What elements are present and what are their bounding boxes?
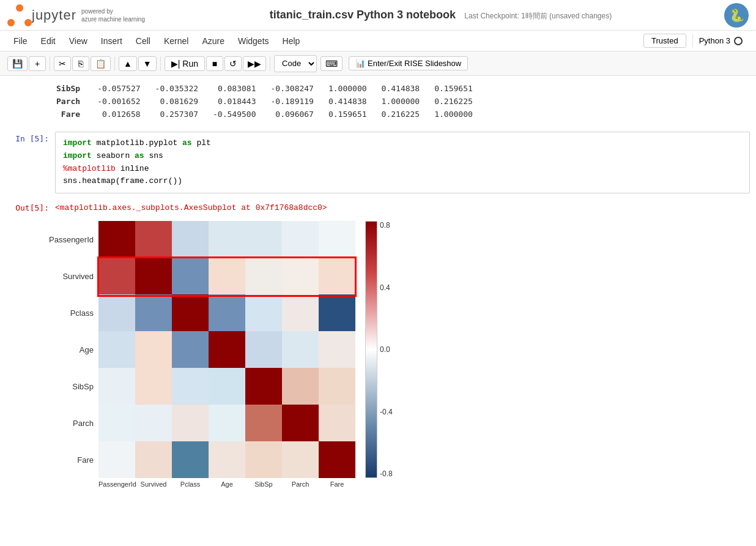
menu-azure[interactable]: Azure <box>196 34 231 48</box>
code-line-4: sns.heatmap(frame.corr()) <box>63 175 742 188</box>
heatmap-cell-3-2 <box>172 331 209 368</box>
menu-edit[interactable]: Edit <box>35 34 62 48</box>
heatmap-cell-2-4 <box>245 294 282 331</box>
header: jupyter powered byazure machine learning… <box>0 0 756 31</box>
row-label-sibsp: SibSp <box>49 82 90 95</box>
heatmap-section: PassengerId Survived Pclass Age SibSp Pa… <box>0 221 756 500</box>
heatmap-cell-3-1 <box>135 331 172 368</box>
heatmap-cell-0-1 <box>135 221 172 258</box>
cell: -0.549500 <box>206 108 263 121</box>
paste-button[interactable]: 📋 <box>91 56 111 71</box>
heatmap-cell-4-1 <box>135 368 172 405</box>
keyboard-button[interactable]: ⌨ <box>321 56 343 71</box>
menu-cell[interactable]: Cell <box>130 34 157 48</box>
heatmap-cell-4-3 <box>209 368 245 405</box>
cell-in5-prompt: In [5]: <box>6 132 55 143</box>
heatmap-cell-1-3 <box>209 258 245 294</box>
colorbar-label-08: 0.8 <box>380 221 393 230</box>
logo-circle-right <box>24 19 32 26</box>
cut-button[interactable]: ✂ <box>54 56 71 71</box>
heatmap-wrapper: PassengerId Survived Pclass Age SibSp Pa… <box>49 221 744 488</box>
heatmap-cell-1-4 <box>245 258 282 294</box>
run-button[interactable]: ▶| Run <box>165 56 205 71</box>
rise-button[interactable]: 📊 Enter/Exit RISE Slideshow <box>349 56 468 70</box>
heatmap-y-labels: PassengerId Survived Pclass Age SibSp Pa… <box>49 221 98 478</box>
code-line-3: %matplotlib inline <box>63 163 742 176</box>
colorbar-gradient <box>365 221 377 478</box>
y-label-parch: Parch <box>49 405 94 441</box>
heatmap-cell-0-0 <box>98 221 135 258</box>
heatmap-cell-5-6 <box>319 405 355 441</box>
logo-circles <box>7 4 32 26</box>
add-cell-button[interactable]: + <box>29 56 46 71</box>
cell: 0.216225 <box>427 95 480 108</box>
cell: 0.216225 <box>374 108 428 121</box>
restart-button[interactable]: ↺ <box>224 56 242 71</box>
trusted-button[interactable]: Trusted <box>643 34 686 48</box>
cell-out5-text: <matplotlib.axes._subplots.AxesSubplot a… <box>55 201 750 212</box>
heatmap-cell-4-4 <box>245 368 282 405</box>
rise-label: Enter/Exit RISE Slideshow <box>368 59 461 68</box>
heatmap-cell-4-2 <box>172 368 209 405</box>
menu-file[interactable]: File <box>7 34 34 48</box>
chart-icon: 📊 <box>355 59 365 68</box>
run-label: Run <box>182 59 198 69</box>
table-row: Fare 0.012658 0.257307 -0.549500 0.09606… <box>49 108 480 121</box>
heatmap-cell-5-4 <box>245 405 282 441</box>
menu-insert[interactable]: Insert <box>95 34 128 48</box>
row-label-parch: Parch <box>49 95 90 108</box>
cell: -0.189119 <box>264 95 321 108</box>
cell: 0.159651 <box>427 82 480 95</box>
heatmap-cell-6-0 <box>98 441 135 478</box>
kernel-name: Python 3 <box>699 36 730 45</box>
heatmap-cell-2-6 <box>319 294 355 331</box>
correlation-table: SibSp -0.057527 -0.035322 0.083081 -0.30… <box>49 82 480 121</box>
x-label-age: Age <box>209 481 245 488</box>
copy-button[interactable]: ⎘ <box>72 56 89 71</box>
y-label-survived: Survived <box>49 258 94 294</box>
run-icon: ▶| <box>171 59 180 69</box>
heatmap-grid-container: PassengerId Survived Pclass Age SibSp Pa… <box>98 221 355 488</box>
colorbar-tick-labels: 0.8 0.4 0.0 -0.4 -0.8 <box>377 221 393 478</box>
heatmap-cell-4-0 <box>98 368 135 405</box>
cell: -0.035322 <box>148 82 206 95</box>
heatmap-cell-5-5 <box>282 405 319 441</box>
cell-type-selector[interactable]: Code <box>274 55 317 72</box>
cell: 0.083081 <box>206 82 263 95</box>
heatmap-cell-0-4 <box>245 221 282 258</box>
stop-button[interactable]: ■ <box>206 56 223 71</box>
cell: 0.414838 <box>321 95 374 108</box>
cell: 0.159651 <box>321 108 374 121</box>
menubar: File Edit View Insert Cell Kernel Azure … <box>0 31 756 51</box>
colorbar-label-n08: -0.8 <box>380 469 393 478</box>
kernel-status-circle <box>734 37 743 45</box>
restart-run-button[interactable]: ▶▶ <box>243 56 266 71</box>
heatmap-cell-2-3 <box>209 294 245 331</box>
python-logo-icon: 🐍 <box>724 3 749 28</box>
heatmap-cell-3-4 <box>245 331 282 368</box>
menu-view[interactable]: View <box>63 34 94 48</box>
y-label-pclass: Pclass <box>49 294 94 331</box>
colorbar-label-n04: -0.4 <box>380 408 393 416</box>
move-up-button[interactable]: ▲ <box>119 56 137 71</box>
heatmap-cell-6-6 <box>319 441 355 478</box>
y-label-passengerid: PassengerId <box>49 221 94 258</box>
y-label-fare: Fare <box>49 441 94 478</box>
heatmap-cell-6-5 <box>282 441 319 478</box>
heatmap-cell-0-6 <box>319 221 355 258</box>
cell-in5-code[interactable]: import matplotlib.pyplot as plt import s… <box>55 132 750 193</box>
heatmap-cell-6-2 <box>172 441 209 478</box>
heatmap-x-labels: PassengerId Survived Pclass Age SibSp Pa… <box>98 481 355 488</box>
menu-help[interactable]: Help <box>276 34 306 48</box>
save-button[interactable]: 💾 <box>7 56 28 71</box>
heatmap-cell-0-3 <box>209 221 245 258</box>
code-line-2: import seaborn as sns <box>63 150 742 163</box>
heatmap-cell-1-1 <box>135 258 172 294</box>
menu-kernel[interactable]: Kernel <box>158 34 195 48</box>
heatmap-cell-1-0 <box>98 258 135 294</box>
x-label-survived: Survived <box>135 481 172 488</box>
cell-out5-prompt: Out[5]: <box>6 201 55 212</box>
move-down-button[interactable]: ▼ <box>138 56 157 71</box>
heatmap-cell-4-6 <box>319 368 355 405</box>
menu-widgets[interactable]: Widgets <box>232 34 275 48</box>
